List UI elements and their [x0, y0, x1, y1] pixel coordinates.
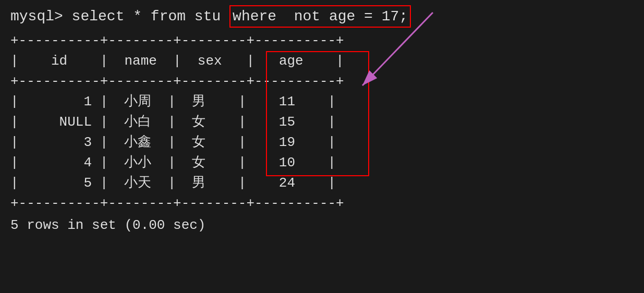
table-row-2: | NULL | 小白 | 女 | 15 |: [10, 112, 634, 132]
table-separator-bot: +----------+--------+--------+----------…: [10, 193, 634, 214]
command-line: mysql> select * from stu where not age =…: [10, 5, 634, 28]
table-row-3: | 3 | 小鑫 | 女 | 19 |: [10, 132, 634, 153]
footer-text: 5 rows in set (0.00 sec): [10, 216, 634, 235]
table-header: | id | name | sex | age |: [10, 51, 634, 71]
table-separator-mid: +----------+--------+--------+----------…: [10, 71, 634, 92]
terminal-window: mysql> select * from stu where not age =…: [0, 0, 644, 293]
table-container: +----------+--------+--------+----------…: [10, 31, 634, 214]
table-separator-top: +----------+--------+--------+----------…: [10, 31, 634, 51]
command-highlight: where not age = 17;: [229, 5, 411, 28]
table-row-1: | 1 | 小周 | 男 | 11 |: [10, 92, 634, 112]
table-row-5: | 5 | 小天 | 男 | 24 |: [10, 173, 634, 193]
command-prompt: mysql> select * from stu: [10, 6, 229, 27]
table-row-4: | 4 | 小小 | 女 | 10 |: [10, 153, 634, 173]
